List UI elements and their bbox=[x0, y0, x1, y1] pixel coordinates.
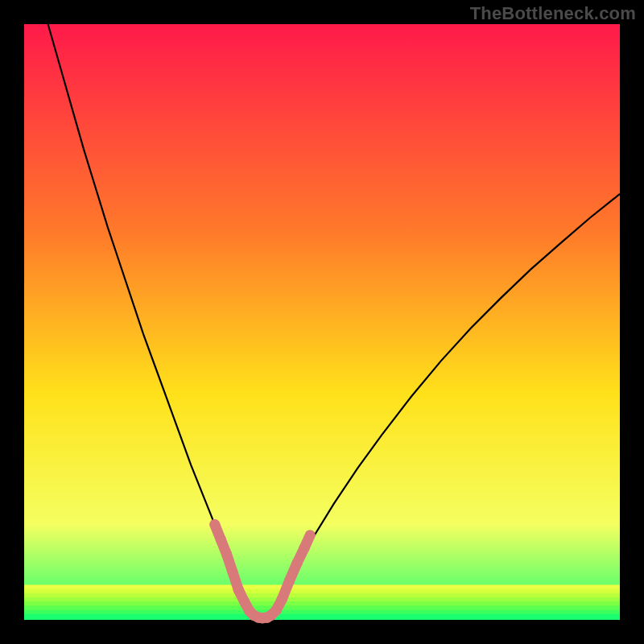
marker-dot bbox=[271, 605, 282, 616]
watermark-text: TheBottleneck.com bbox=[470, 3, 636, 24]
marker-dot bbox=[305, 530, 316, 540]
green-band-overlay bbox=[24, 584, 620, 620]
plot-background bbox=[24, 24, 620, 620]
green-band bbox=[24, 593, 620, 598]
marker-dot bbox=[233, 585, 244, 596]
green-band bbox=[24, 601, 620, 606]
bottleneck-chart bbox=[0, 0, 644, 644]
green-band bbox=[24, 610, 620, 615]
marker-dot bbox=[228, 567, 238, 577]
green-band bbox=[24, 605, 620, 610]
green-band bbox=[24, 597, 620, 602]
marker-dot bbox=[239, 597, 250, 607]
marker-dot bbox=[216, 535, 226, 545]
marker-dot bbox=[284, 576, 295, 586]
marker-dot bbox=[209, 519, 220, 530]
green-band bbox=[24, 584, 620, 589]
green-base bbox=[24, 615, 620, 620]
marker-dot bbox=[221, 549, 232, 559]
marker-dot bbox=[299, 543, 309, 554]
green-band bbox=[24, 589, 620, 594]
marker-dot bbox=[291, 558, 302, 568]
marker-dot bbox=[277, 594, 287, 605]
